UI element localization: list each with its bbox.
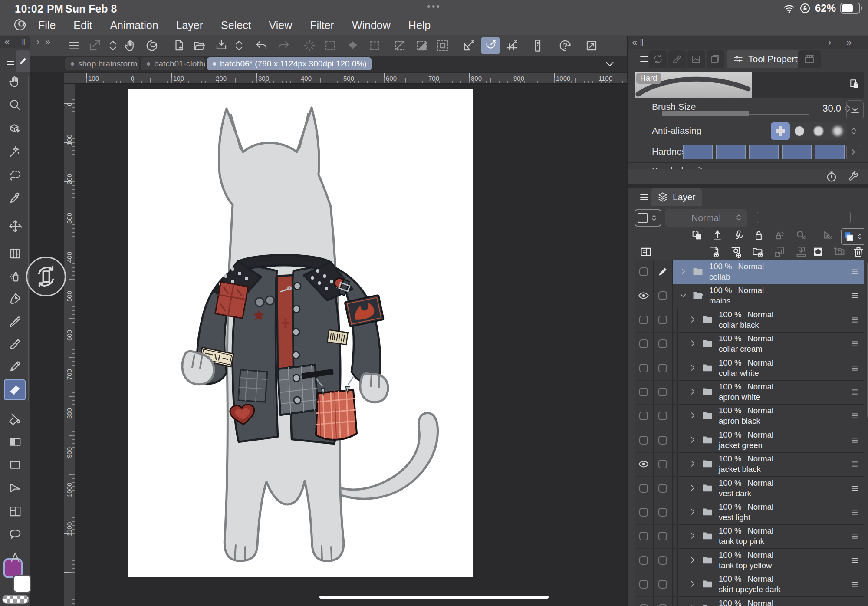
create-layer-mask-icon[interactable] [812, 245, 825, 258]
hardness-segment-4[interactable] [782, 145, 812, 159]
layer-visibility-checkbox[interactable] [639, 339, 648, 348]
hardness-segment-3[interactable] [749, 145, 779, 159]
layer-row-body[interactable]: 100 %Normaljacket green [673, 428, 864, 453]
layer-edit-cell[interactable] [654, 548, 672, 573]
layer-visible-eye-icon[interactable] [638, 458, 649, 470]
new-canvas-button[interactable] [170, 37, 189, 54]
fullscreen-button[interactable] [582, 37, 601, 54]
layer-edit-cell[interactable] [654, 452, 672, 477]
edge-keyboard-button[interactable] [528, 37, 547, 54]
layer-row-body[interactable]: 100 %Normalcollar cream [673, 332, 864, 356]
chevron-right-icon[interactable] [688, 531, 697, 540]
brush-preview[interactable]: Hard [635, 72, 864, 98]
lasso-tool-button[interactable] [3, 165, 27, 185]
edit-in-other-app-button[interactable] [85, 37, 104, 54]
layer-select-checkbox[interactable] [658, 436, 667, 445]
transfer-to-lower-layer-icon[interactable] [773, 245, 786, 258]
collapse-updown-button[interactable] [103, 37, 122, 54]
layer-row-body[interactable]: 100 %Normalvest dark [673, 476, 864, 501]
help-ring-button[interactable] [556, 37, 575, 54]
aa-none-button[interactable] [771, 122, 790, 140]
tab-sync[interactable] [649, 50, 667, 68]
layer-edit-cell[interactable] [654, 260, 672, 284]
layer-edit-cell[interactable] [654, 332, 672, 356]
layer-visibility-cell[interactable] [635, 332, 653, 356]
brush-size-download-button[interactable] [846, 100, 864, 119]
layer-visibility-checkbox[interactable] [639, 412, 648, 420]
menu-select[interactable]: Select [221, 19, 251, 32]
text-tool-button[interactable] [3, 547, 27, 567]
liquify-tool-button[interactable] [3, 244, 27, 263]
layer-row-body[interactable]: 100 %Normal [673, 596, 864, 606]
wrench-icon[interactable] [847, 171, 859, 183]
home-indicator[interactable] [319, 596, 549, 599]
sub-color-swatch[interactable] [13, 575, 31, 593]
reference-layer-icon[interactable] [795, 229, 808, 242]
layer-thumbnail-control[interactable] [635, 209, 661, 227]
rail-drag-handle[interactable]: ‖ [22, 36, 25, 48]
rail-scrollbar[interactable] [28, 76, 29, 401]
open-file-button[interactable] [190, 37, 209, 54]
layer-visibility-cell[interactable] [635, 524, 653, 549]
layer-visibility-cell[interactable] [635, 548, 653, 573]
operation-tool-button[interactable] [3, 119, 27, 138]
collapse-right-icon[interactable]: « [632, 36, 637, 49]
polyline-tool-button[interactable] [3, 478, 27, 498]
layer-visibility-cell[interactable] [635, 260, 653, 284]
gradient-tool-button[interactable] [3, 432, 27, 452]
hardness-segment-5[interactable] [815, 145, 845, 159]
layer-visibility-cell[interactable] [635, 572, 653, 597]
layer-edit-cell[interactable] [654, 572, 672, 597]
aa-strong-button[interactable] [828, 122, 847, 140]
merge-with-lower-layer-icon[interactable] [795, 245, 808, 258]
layer-row-body[interactable]: 100 %Normaljacket black [673, 452, 864, 477]
layer-visibility-cell[interactable] [635, 452, 653, 477]
tab-subview[interactable] [687, 50, 705, 68]
layer-menu-handle[interactable] [850, 363, 859, 373]
layer-row-body[interactable]: 100 %Normalmains [673, 283, 864, 308]
menu-filter[interactable]: Filter [310, 19, 334, 32]
layer-row-body[interactable]: 100 %Normalapron white [673, 380, 864, 405]
tab-navigator[interactable] [707, 50, 724, 68]
rail-expand-all-icon[interactable]: » [45, 36, 50, 48]
layer-menu-handle[interactable] [850, 339, 859, 349]
layer-row-body[interactable]: 100 %Normaltank top yellow [673, 548, 864, 573]
layer-select-checkbox[interactable] [658, 604, 667, 606]
layer-select-checkbox[interactable] [658, 556, 667, 565]
layer-visibility-checkbox[interactable] [639, 580, 648, 589]
layer-visible-eye-icon[interactable] [638, 290, 649, 301]
layer-edit-cell[interactable] [654, 596, 672, 606]
layer-edit-cell[interactable] [654, 283, 672, 308]
frame-border-tool-button[interactable] [3, 501, 27, 521]
tab-timeline[interactable] [798, 50, 821, 68]
figure-tool-button[interactable] [3, 455, 27, 475]
hand-scroll-button[interactable] [121, 37, 140, 54]
layer-select-checkbox[interactable] [658, 364, 667, 372]
chevron-right-icon[interactable] [688, 484, 697, 492]
layer-menu-handle[interactable] [850, 556, 859, 565]
layer-edit-cell[interactable] [654, 380, 672, 405]
brush-lock-icon[interactable] [849, 79, 860, 90]
filter-sparkle-button[interactable] [300, 37, 319, 54]
layer-select-checkbox[interactable] [658, 532, 667, 540]
new-raster-layer-icon[interactable] [708, 245, 721, 258]
layer-menu-handle[interactable] [850, 267, 859, 277]
layer-row-body[interactable]: 100 %Normalapron black [673, 404, 864, 428]
layer-edit-cell[interactable] [654, 308, 672, 333]
brush-tool-button[interactable] [3, 334, 27, 354]
layer-palette-menu-icon[interactable] [639, 192, 649, 202]
layer-visibility-checkbox[interactable] [639, 532, 648, 540]
fill-shape-button[interactable] [343, 37, 362, 54]
airbrush-tool-button[interactable] [3, 266, 27, 286]
panel-drag-handle[interactable]: ‖ [640, 36, 644, 49]
collapse-left-icon[interactable]: « [4, 36, 10, 48]
multitask-dots-icon[interactable]: ••• [417, 1, 451, 12]
layer-select-checkbox[interactable] [658, 388, 667, 396]
layer-visibility-checkbox[interactable] [639, 388, 648, 396]
panel-next-icon[interactable]: › [828, 36, 831, 49]
deselect-button[interactable] [390, 37, 409, 54]
layer-select-checkbox[interactable] [658, 412, 667, 420]
tab-brush[interactable] [668, 50, 686, 68]
layer-edit-cell[interactable] [654, 404, 672, 428]
layer-row-body[interactable]: 100 %Normalvest light [673, 500, 864, 525]
